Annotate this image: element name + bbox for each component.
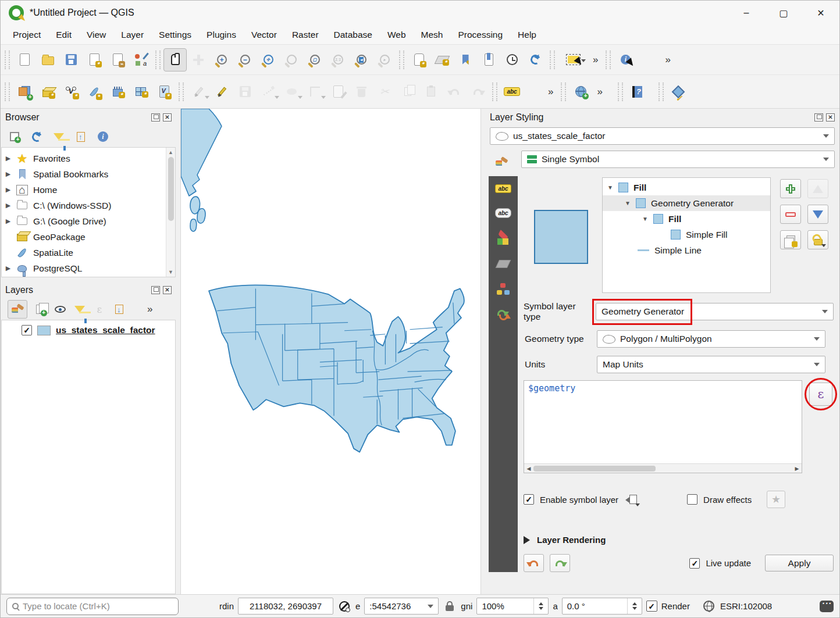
symbology-tab[interactable] [489,151,514,174]
menu-web[interactable]: Web [380,27,414,42]
identify-features-button[interactable]: i [614,48,637,72]
data-source-manager-button[interactable]: + [13,80,36,103]
temporal-controller-button[interactable] [500,48,524,72]
menu-layer[interactable]: Layer [113,27,151,42]
expand-arrow-icon[interactable]: ▶ [5,155,11,162]
toolbar-grip[interactable] [155,51,161,69]
spin-down-icon[interactable] [632,607,637,610]
style-tab[interactable] [497,283,510,295]
styling-float-icon[interactable] [814,113,823,122]
crs-button[interactable] [702,599,716,613]
zoom-in-button[interactable]: + [210,48,233,72]
new-3d-map-view-button[interactable]: ＊ [430,48,454,72]
new-spatialite-layer-button[interactable]: ＊ [83,80,106,103]
expand-collapse-all-button[interactable] [112,302,126,316]
toolbar-overflow[interactable]: » [592,86,607,98]
layers-toolbar-overflow[interactable]: » [143,303,157,315]
paste-features-button[interactable] [419,80,443,103]
browser-filter-button[interactable] [52,130,66,144]
menu-project[interactable]: Project [5,27,48,42]
lock-scale-button[interactable] [443,599,457,613]
toolbar-grip[interactable] [561,83,566,101]
expand-arrow-icon[interactable]: ▶ [5,170,11,178]
symbol-tree-row-geometry-generator[interactable]: ▼ Geometry Generator [603,195,770,211]
symbol-tree-row-simple-fill[interactable]: Simple Fill [603,227,770,242]
toolbar-grip[interactable] [618,83,623,101]
digitize-shape-button[interactable] [280,80,303,103]
rotation-field[interactable]: 0.0 ° [562,598,642,615]
renderer-selector[interactable]: Single Symbol [521,151,835,168]
apply-button[interactable]: Apply [765,555,834,571]
collapse-arrow-icon[interactable]: ▼ [625,200,631,206]
layers-close-icon[interactable]: ✕ [163,286,172,294]
toggle-editing-button[interactable] [187,80,210,103]
collapse-arrow-icon[interactable]: ▼ [607,184,613,191]
effects-options-button[interactable]: ★ [767,491,785,508]
move-down-button[interactable] [807,205,828,224]
diagrams-tab[interactable] [497,260,509,268]
toolbar-overflow[interactable]: » [543,86,558,98]
extents-toggle-button[interactable] [337,599,351,613]
new-mesh-layer-button[interactable]: ＊ [129,80,152,103]
toolbar-grip[interactable] [659,83,664,101]
toolbar-grip[interactable] [550,51,555,69]
browser-item-g-drive[interactable]: ▶G:\ (Google Drive) [5,213,166,229]
zoom-to-selection-button[interactable] [280,48,303,72]
copy-features-button[interactable] [396,80,419,103]
refresh-map-button[interactable] [524,48,547,72]
layer-row-us-states[interactable]: ✓ us_states_scale_factor [22,325,175,335]
expression-text[interactable]: $geometry [524,381,802,463]
save-layer-edits-button[interactable] [233,80,257,103]
browser-item-spatial-bookmarks[interactable]: ▶Spatial Bookmarks [5,166,166,182]
save-project-button[interactable] [59,48,83,72]
filter-legend-button[interactable] [73,302,87,316]
magnifier-field[interactable]: 100% [476,598,549,615]
scrollbar-thumb[interactable] [168,157,174,221]
layer-labeling-button[interactable]: abc [500,80,524,103]
menu-edit[interactable]: Edit [48,27,79,42]
browser-item-c-drive[interactable]: ▶C:\ (Windows-SSD) [5,198,166,213]
scroll-down-icon[interactable]: ▼ [168,267,173,277]
geometry-type-selector[interactable]: Polygon / MultiPolygon [597,330,825,348]
crs-value[interactable]: ESRI:102008 [720,601,772,611]
open-layer-styling-button[interactable] [8,300,27,319]
spin-down-icon[interactable] [539,607,543,610]
show-spatial-bookmarks-button[interactable] [477,48,500,72]
new-print-layout-button[interactable]: ＊ [83,48,106,72]
styling-redo-button[interactable] [550,554,570,572]
menu-settings[interactable]: Settings [151,27,199,42]
collapsed-arrow-icon[interactable] [524,536,530,544]
browser-item-home[interactable]: ▶⌂Home [5,182,166,198]
symbol-layer-type-selector[interactable]: Geometry Generator [596,303,834,320]
help-contents-button[interactable]: ? [626,80,649,103]
pan-map-button[interactable] [163,48,187,72]
menu-view[interactable]: View [79,27,113,42]
move-up-button[interactable] [807,179,828,198]
minimize-button[interactable]: – [728,1,765,25]
expand-arrow-icon[interactable]: ▶ [5,217,11,225]
redo-button[interactable] [466,80,489,103]
new-spatial-bookmark-button[interactable]: ＊ [454,48,477,72]
panel-splitter-vertical[interactable] [481,109,485,594]
style-manager-button[interactable]: a [129,48,152,72]
open-project-button[interactable] [36,48,59,72]
show-layout-manager-button[interactable]: ⌁ [106,48,129,72]
symbol-tree-row-simple-line[interactable]: Simple Line [603,242,770,258]
new-project-button[interactable] [13,48,36,72]
menu-raster[interactable]: Raster [284,27,326,42]
browser-collapse-all-button[interactable] [74,130,88,144]
rotation-spinner[interactable] [627,598,637,614]
panel-splitter-vertical[interactable] [176,109,180,594]
toolbar-grip[interactable] [179,83,184,101]
toolbar-grip[interactable] [5,51,10,69]
hscrollbar-thumb[interactable] [533,466,656,471]
render-checkbox[interactable]: ✓ [646,601,657,612]
browser-item-favorites[interactable]: ▶★Favorites [5,151,166,166]
spin-up-icon[interactable] [632,602,637,605]
collapse-arrow-icon[interactable]: ▼ [642,216,648,222]
toolbar-grip[interactable] [399,51,404,69]
metasearch-button[interactable]: + [569,80,592,103]
zoom-next-button[interactable]: ▸ [373,48,396,72]
zoom-full-button[interactable]: ✣ [257,48,280,72]
zoom-to-layer-button[interactable]: ▢ [303,48,326,72]
